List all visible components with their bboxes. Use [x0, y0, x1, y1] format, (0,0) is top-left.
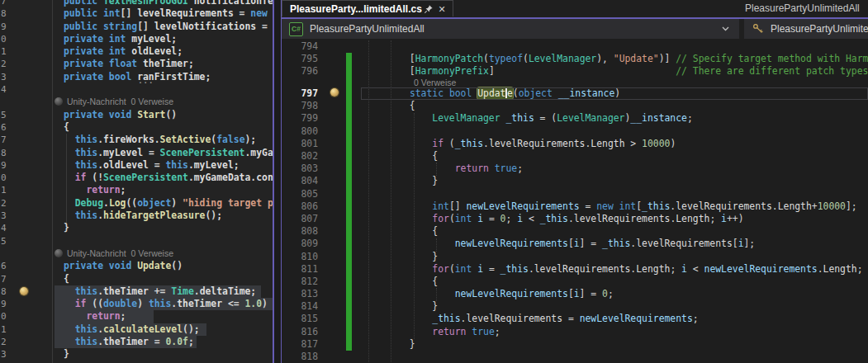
- code-token: "hiding target p: [183, 197, 273, 209]
- code-token: =: [562, 313, 580, 324]
- code-text: if (!ScenePersistent.myGameData.con: [64, 172, 273, 184]
- code-token: ;: [608, 288, 614, 299]
- line-number: 817: [282, 338, 318, 351]
- code-token: levelRequirements: [489, 138, 586, 149]
- change-indicator-bar: [346, 338, 352, 351]
- code-line: 817 }: [282, 338, 868, 351]
- code-token: this: [75, 210, 97, 221]
- code-text: this.oldLevel = this.myLevel;: [64, 159, 240, 172]
- code-token: )]: [659, 53, 676, 64]
- code-line: 6{: [0, 121, 273, 134]
- code-token: Update: [137, 260, 171, 271]
- code-text: return;: [64, 310, 126, 323]
- change-indicator-bar: [346, 213, 352, 225]
- code-token: object: [519, 87, 553, 99]
- code-line: 2 this.theTimer = 0.0f;: [0, 336, 273, 348]
- code-token: myGa: [250, 147, 273, 158]
- type-dropdown[interactable]: C# PleasurePartyUnlimitedAll: [282, 19, 739, 39]
- code-text: private int myLevel;: [64, 33, 177, 45]
- code-token: (): [165, 109, 177, 120]
- code-token: []: [449, 200, 467, 212]
- code-token: .: [568, 213, 574, 224]
- code-token: [495, 65, 676, 77]
- line-number: 810: [282, 251, 318, 263]
- tab-pleasureparty[interactable]: PleasurePartyUnlimitedAll: [735, 0, 868, 17]
- change-indicator-bar: [346, 138, 352, 150]
- codelens-row[interactable]: 0 Verweise: [282, 78, 868, 87]
- active-tab-label: PleasureParty...limitedAll.cs: [290, 3, 422, 15]
- code-token: 10000: [642, 138, 670, 149]
- code-token: .: [97, 147, 103, 158]
- line-number: 805: [282, 188, 318, 200]
- code-token: =: [240, 7, 251, 19]
- code-token: +=: [149, 285, 171, 297]
- pin-icon[interactable]: [422, 2, 435, 16]
- lightbulb-icon[interactable]: [20, 287, 28, 295]
- line-number: 8: [1, 285, 11, 298]
- code-token: _this: [602, 238, 630, 249]
- code-text: static bool Update(object __instance): [364, 87, 620, 100]
- code-line: 0private int myLevel;: [0, 33, 273, 45]
- tab-active-document[interactable]: PleasureParty...limitedAll.cs ✕: [282, 0, 453, 16]
- code-token: .: [97, 210, 103, 221]
- code-token: [364, 138, 432, 149]
- codelens-row[interactable]: Unity-Nachricht 0 Verweise: [0, 96, 273, 108]
- code-token: Debug: [75, 197, 103, 209]
- code-token: notificationTe: [194, 0, 273, 7]
- code-token: for: [432, 263, 449, 275]
- code-token: newLevelRequirements: [466, 200, 579, 212]
- chevron-down-icon[interactable]: [722, 26, 729, 31]
- code-text: return true;: [364, 326, 500, 338]
- code-token: ();: [205, 210, 222, 221]
- code-token: {: [364, 276, 438, 287]
- code-token: [64, 323, 75, 335]
- line-number: 807: [282, 213, 318, 225]
- code-line: 3private bool ranFirstTime;: [0, 71, 273, 83]
- code-token: <=: [222, 298, 244, 309]
- line-number: 1: [1, 45, 11, 58]
- code-text: private void Update(): [64, 260, 183, 272]
- code-token: theTimer: [103, 336, 149, 347]
- code-token: Length: [676, 213, 709, 224]
- code-token: [364, 238, 455, 249]
- line-number: 0: [1, 310, 11, 323]
- code-token: 10000: [818, 200, 846, 212]
- code-token: // Specify target method with Harm: [676, 53, 868, 64]
- code-token: ((: [86, 298, 103, 309]
- code-token: return: [455, 163, 489, 174]
- lightbulb-icon[interactable]: [330, 88, 339, 97]
- code-token: [364, 200, 432, 212]
- code-token: [364, 163, 455, 174]
- code-token: ;: [234, 159, 240, 171]
- member-dropdown[interactable]: PleasurePartyUnlimitedAll.PleasurePartyU…: [744, 19, 868, 39]
- code-token: Length: [636, 263, 670, 275]
- code-token: [: [364, 65, 415, 77]
- code-token: [64, 336, 75, 347]
- right-code-area[interactable]: 794795 [HarmonyPatch(typeof(LevelManager…: [282, 39, 868, 363]
- code-line: 4: [0, 83, 273, 96]
- line-number: 816: [282, 326, 318, 338]
- code-token: }: [64, 348, 69, 360]
- code-token: [364, 112, 432, 124]
- code-token: theTimer: [177, 298, 222, 309]
- left-editor-pane[interactable]: 7public TextMeshProUGUI notificationTe8p…: [0, 0, 273, 363]
- change-indicator-bar: [346, 65, 352, 78]
- code-token: int: [455, 213, 472, 224]
- code-token: 0: [602, 288, 608, 299]
- line-number: 3: [1, 71, 11, 83]
- change-indicator-bar: [346, 112, 352, 125]
- line-number: 811: [282, 263, 318, 276]
- code-token: ): [171, 197, 183, 209]
- code-token: _this: [540, 213, 568, 224]
- code-text: }: [64, 222, 69, 234]
- code-token: {: [64, 273, 69, 285]
- code-text: private float theTimer;: [64, 58, 194, 70]
- pane-splitter[interactable]: [273, 0, 282, 363]
- codelens-row[interactable]: Unity-Nachricht 0 Verweise: [0, 248, 273, 260]
- close-icon[interactable]: ✕: [435, 2, 448, 16]
- code-text: public string[] levelNotifications =: [64, 21, 268, 33]
- line-number: 8: [1, 147, 11, 159]
- code-token: private void: [64, 260, 137, 271]
- code-token: __instance: [553, 87, 614, 99]
- code-token: ;: [505, 213, 517, 224]
